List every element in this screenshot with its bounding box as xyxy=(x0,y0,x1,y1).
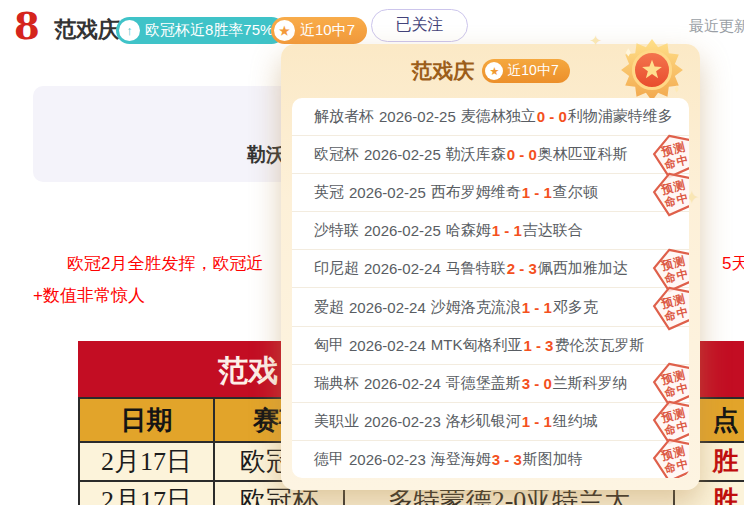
match-league: 英冠 xyxy=(314,183,344,202)
star-icon: ★ xyxy=(274,20,295,41)
match-score: 0 - 0 xyxy=(537,108,567,125)
match-away-team: 邓多克 xyxy=(553,298,598,317)
match-date: 2026-02-23 xyxy=(349,451,426,468)
match-league: 德甲 xyxy=(314,450,344,469)
match-away-team: 费伦茨瓦罗斯 xyxy=(554,336,644,355)
expert-name: 范戏庆 xyxy=(54,15,120,45)
match-league: 爱超 xyxy=(314,298,344,317)
match-date: 2026-02-25 xyxy=(364,146,441,163)
popup-expert-name: 范戏庆 xyxy=(411,57,474,85)
cell-date: 2月17日 xyxy=(78,443,215,480)
star-icon: ★ xyxy=(485,62,503,80)
popup-record-label: 近10中7 xyxy=(507,62,558,80)
match-away-team: 斯图加特 xyxy=(523,450,583,469)
win-rate-label: 欧冠杯近8胜率75% xyxy=(145,21,273,40)
up-arrow-icon: ↑ xyxy=(119,20,140,41)
expert-history-popup: 范戏庆 ★ 近10中7 ✦ ✦ xyxy=(281,44,700,490)
match-home-team: 麦德林独立 xyxy=(461,107,536,126)
match-date: 2026-02-25 xyxy=(349,184,426,201)
match-score: 2 - 3 xyxy=(507,260,537,277)
match-score: 1 - 3 xyxy=(523,337,553,354)
match-list: 解放者杯 2026-02-25 麦德林独立 0 - 0 利物浦蒙特维多 预测命中… xyxy=(292,98,689,478)
col-header-date: 日期 xyxy=(78,399,215,441)
match-home-team: 洛杉矶银河 xyxy=(446,412,521,431)
match-home-team: 勒沃库森 xyxy=(446,145,506,164)
match-home-team: 哥德堡盖斯 xyxy=(446,374,521,393)
cell-date: 2月17日 xyxy=(78,482,215,505)
match-row[interactable]: 沙特联 2026-02-25 哈森姆 1 - 1 吉达联合 预测命中 xyxy=(292,212,689,250)
match-home-team: 哈森姆 xyxy=(446,221,491,240)
match-row[interactable]: 爱超 2026-02-24 沙姆洛克流浪 1 - 1 邓多克 预测命中 xyxy=(292,288,689,326)
match-row[interactable]: 德甲 2026-02-23 海登海姆 3 - 3 斯图加特 预测命中 xyxy=(292,441,689,478)
match-away-team: 吉达联合 xyxy=(523,221,583,240)
match-home-team: 海登海姆 xyxy=(431,450,491,469)
recent-record-label: 近10中7 xyxy=(300,21,355,40)
match-score: 3 - 3 xyxy=(492,451,522,468)
match-score: 1 - 1 xyxy=(492,222,522,239)
summary-text-fragment: 勒沃 xyxy=(247,142,285,168)
match-home-team: 马鲁特联 xyxy=(446,259,506,278)
match-away-team: 佩西加雅加达 xyxy=(538,259,628,278)
match-league: 美职业 xyxy=(314,412,359,431)
match-date: 2026-02-24 xyxy=(364,375,441,392)
match-date: 2026-02-25 xyxy=(364,222,441,239)
match-date: 2026-02-24 xyxy=(349,299,426,316)
match-league: 印尼超 xyxy=(314,259,359,278)
match-row[interactable]: 瑞典杯 2026-02-24 哥德堡盖斯 3 - 0 兰斯科罗纳 预测命中 xyxy=(292,365,689,403)
match-away-team: 利物浦蒙特维多 xyxy=(568,107,673,126)
match-score: 1 - 1 xyxy=(522,413,552,430)
recent-record-badge: ★ 近10中7 xyxy=(271,17,367,44)
match-home-team: MTK匈格利亚 xyxy=(431,336,523,355)
match-row[interactable]: 美职业 2026-02-23 洛杉矶银河 1 - 1 纽约城 预测命中 xyxy=(292,403,689,441)
match-league: 欧冠杯 xyxy=(314,145,359,164)
match-league: 瑞典杯 xyxy=(314,374,359,393)
match-away-team: 纽约城 xyxy=(553,412,598,431)
app-logo-icon: 8 xyxy=(14,6,40,46)
match-away-team: 查尔顿 xyxy=(553,183,598,202)
match-date: 2026-02-25 xyxy=(379,108,456,125)
match-score: 1 - 1 xyxy=(522,299,552,316)
sparkle-icon: ✦ xyxy=(589,32,602,50)
match-date: 2026-02-24 xyxy=(364,260,441,277)
promo-text-line1-tail: 5天 xyxy=(722,252,744,275)
match-score: 0 - 0 xyxy=(507,146,537,163)
match-date: 2026-02-24 xyxy=(349,337,426,354)
popup-record-badge: ★ 近10中7 xyxy=(482,59,569,83)
match-row[interactable]: 印尼超 2026-02-24 马鲁特联 2 - 3 佩西加雅加达 预测命中 xyxy=(292,250,689,288)
match-home-team: 沙姆洛克流浪 xyxy=(431,298,521,317)
match-row[interactable]: 英冠 2026-02-25 西布罗姆维奇 1 - 1 查尔顿 预测命中 xyxy=(292,174,689,212)
match-league: 匈甲 xyxy=(314,336,344,355)
promo-text-line1: 欧冠2月全胜发挥，欧冠近 xyxy=(67,252,263,275)
match-score: 3 - 0 xyxy=(522,375,552,392)
match-score: 1 - 1 xyxy=(522,184,552,201)
match-home-team: 西布罗姆维奇 xyxy=(431,183,521,202)
match-row[interactable]: 匈甲 2026-02-24 MTK匈格利亚 1 - 3 费伦茨瓦罗斯 预测命中 xyxy=(292,327,689,365)
match-date: 2026-02-23 xyxy=(364,413,441,430)
promo-text-line2: +数值非常惊人 xyxy=(33,284,145,307)
win-rate-badge: ↑ 欧冠杯近8胜率75% xyxy=(116,17,285,44)
match-away-team: 兰斯科罗纳 xyxy=(553,374,628,393)
table-title-fragment: 范戏 xyxy=(218,351,278,392)
match-row[interactable]: 解放者杯 2026-02-25 麦德林独立 0 - 0 利物浦蒙特维多 预测命中 xyxy=(292,98,689,136)
match-league: 解放者杯 xyxy=(314,107,374,126)
match-row[interactable]: 欧冠杯 2026-02-25 勒沃库森 0 - 0 奥林匹亚科斯 预测命中 xyxy=(292,136,689,174)
page: 8 范戏庆 ↑ 欧冠杯近8胜率75% ★ 近10中7 已关注 最近更新: 勒沃 … xyxy=(0,0,744,505)
last-update-label: 最近更新: xyxy=(689,17,744,36)
followed-button[interactable]: 已关注 xyxy=(371,9,468,42)
match-away-team: 奥林匹亚科斯 xyxy=(538,145,628,164)
match-league: 沙特联 xyxy=(314,221,359,240)
